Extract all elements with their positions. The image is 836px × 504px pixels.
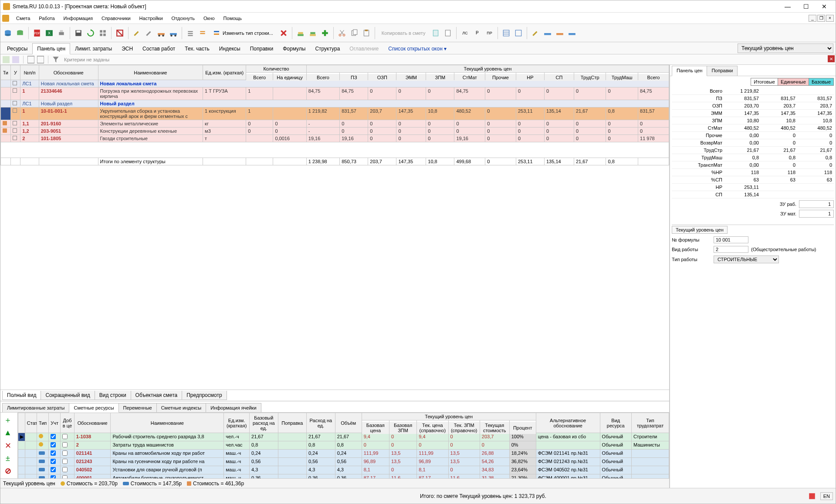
- subtab-11[interactable]: Список открытых окон ▾: [383, 43, 451, 54]
- options-icon[interactable]: [97, 27, 108, 39]
- hdr-zpm[interactable]: ЗПМ: [426, 74, 454, 81]
- footer-flag-icon[interactable]: [806, 491, 818, 502]
- table2-icon[interactable]: [513, 27, 524, 39]
- table-row[interactable]: 040502Установки для сварки ручной дугово…: [18, 466, 669, 474]
- table-row[interactable]: ▶1-1038Рабочий строитель среднего разряд…: [18, 433, 669, 441]
- view-tab-4[interactable]: Предпросмотр: [182, 391, 227, 400]
- crit-btn4[interactable]: [37, 56, 44, 64]
- bottom-tab-0[interactable]: Лимитированные затраты: [2, 403, 69, 412]
- zu-rab-v[interactable]: 1: [799, 200, 834, 208]
- hdr-name[interactable]: Наименование: [98, 65, 203, 80]
- criteria-close[interactable]: ✕: [828, 55, 835, 62]
- clip1-icon[interactable]: [430, 27, 441, 39]
- refresh-icon[interactable]: [85, 27, 96, 39]
- eq1-icon[interactable]: [185, 27, 196, 39]
- mdi-min[interactable]: _: [809, 15, 816, 22]
- bh-cur[interactable]: Текущий уровень цен: [362, 413, 536, 420]
- table-row[interactable]: 121334646Погрузка при железнодорожных пе…: [1, 87, 669, 100]
- subtab-9[interactable]: Структура: [310, 43, 345, 54]
- bh-pct[interactable]: Процент: [509, 421, 536, 434]
- right-section-tab[interactable]: Текущий уровень цен: [672, 226, 728, 234]
- menu-smeta[interactable]: Смета: [12, 14, 34, 23]
- subtab-8[interactable]: Формулы: [278, 43, 310, 54]
- right-tab-popravki[interactable]: Поправки: [707, 66, 738, 76]
- table-icon[interactable]: [501, 27, 512, 39]
- chk-dob[interactable]: [62, 459, 68, 464]
- chk-ucht[interactable]: [51, 475, 56, 478]
- main-grid[interactable]: Ти У №п/п Обоснование Наименование Ед.из…: [0, 65, 669, 390]
- hdr-stmat[interactable]: СтМат: [454, 74, 485, 81]
- table-row[interactable]: 400001Автомобили бортовые, грузоподъемно…: [18, 474, 669, 479]
- hdr-ltotal[interactable]: Всего: [306, 74, 339, 81]
- badge-r[interactable]: Р: [471, 27, 483, 39]
- view-tab-3[interactable]: Объектная смета: [131, 391, 183, 400]
- hdr-unit[interactable]: Ед.изм. (краткая): [203, 65, 246, 80]
- bh-osnov[interactable]: Обоснование: [74, 413, 111, 433]
- subtab-10[interactable]: Оглавление: [345, 43, 383, 54]
- hdr-ozp[interactable]: ОЗП: [368, 74, 396, 81]
- chk-dob[interactable]: [62, 475, 68, 478]
- chk-ucht[interactable]: [51, 459, 56, 464]
- table-row[interactable]: 1,1201-9160Элементы металлическиекг00-00…: [1, 120, 669, 128]
- view-tab-2[interactable]: Вид строки: [95, 391, 131, 400]
- filter-icon[interactable]: [52, 56, 60, 64]
- truck3-icon[interactable]: [566, 27, 578, 39]
- table-row[interactable]: 021243Краны на гусеничном ходу при работ…: [18, 458, 669, 466]
- subtab-1[interactable]: Панель цен: [32, 43, 70, 54]
- save-icon[interactable]: [73, 27, 84, 39]
- car-orange-icon[interactable]: [156, 27, 167, 39]
- table-row[interactable]: 110-01-001-1Укрупнительная сборка и уста…: [1, 108, 669, 120]
- bh-ucht[interactable]: Учт: [49, 413, 61, 433]
- badge-pr[interactable]: ПР: [484, 27, 495, 39]
- badge-ls[interactable]: ЛС: [459, 27, 470, 39]
- stack1-icon[interactable]: [295, 27, 306, 39]
- table-row[interactable]: 021141Краны на автомобильном ходу при ра…: [18, 450, 669, 458]
- bh-name[interactable]: Наименование: [111, 413, 224, 433]
- subtab-0[interactable]: Ресурсы: [2, 43, 32, 54]
- bh-cp[interactable]: Тек. цена (справочно): [417, 421, 448, 434]
- subtab-3[interactable]: ЭСН: [117, 43, 138, 54]
- hdr-emm[interactable]: ЭММ: [396, 74, 426, 81]
- subtab-2[interactable]: Лимит. затраты: [70, 43, 117, 54]
- hdr-np[interactable]: №п/п: [20, 65, 39, 80]
- menu-rabota[interactable]: Работа: [34, 14, 59, 23]
- db-icon[interactable]: [2, 27, 14, 39]
- add-row-btn[interactable]: ＋: [1, 414, 14, 426]
- chk-dob[interactable]: [62, 434, 68, 439]
- btn-itogovye[interactable]: Итоговые: [751, 78, 778, 86]
- subtab-6[interactable]: Индексы: [214, 43, 245, 54]
- chk-ucht[interactable]: [51, 450, 56, 456]
- delete-red-icon[interactable]: [278, 27, 289, 39]
- bh-bp[interactable]: Базовая цена: [362, 421, 389, 434]
- mdi-close[interactable]: ×: [826, 15, 834, 22]
- menu-rest[interactable]: Отдохнуть: [167, 14, 200, 23]
- stack2-icon[interactable]: [307, 27, 318, 39]
- plus-minus-btn[interactable]: ±: [1, 453, 14, 464]
- del-row-btn[interactable]: ✕: [1, 440, 14, 451]
- bh-corr[interactable]: Поправка: [278, 413, 307, 433]
- eq2-icon[interactable]: [197, 27, 208, 39]
- hammer3-icon[interactable]: [530, 27, 541, 39]
- chk-ucht[interactable]: [51, 434, 56, 439]
- hdr-u[interactable]: У: [10, 65, 20, 80]
- bottom-grid[interactable]: Стат Тип Учт Доб в це Обоснование Наимен…: [18, 413, 669, 478]
- menu-help[interactable]: Помощь: [219, 14, 247, 23]
- cut-icon[interactable]: [336, 27, 348, 39]
- db2-icon[interactable]: [14, 27, 26, 39]
- right-tab-panel[interactable]: Панель цен: [672, 66, 707, 76]
- bottom-tab-3[interactable]: Сметные индексы: [156, 403, 206, 412]
- crit-btn1[interactable]: [2, 56, 10, 64]
- view-tab-0[interactable]: Полный вид: [2, 391, 41, 400]
- copy-icon[interactable]: [349, 27, 360, 39]
- clip2-icon[interactable]: [442, 27, 454, 39]
- chk-dob[interactable]: [62, 467, 68, 472]
- table-row[interactable]: 2101-1805Гвозди строительныет0,001619,16…: [1, 135, 669, 142]
- paste-icon[interactable]: [361, 27, 372, 39]
- hdr-trudmash[interactable]: ТрудМаш: [606, 74, 638, 81]
- bh-vol[interactable]: Объём: [335, 413, 362, 433]
- change-type-button[interactable]: Изменить тип строки...: [209, 27, 277, 39]
- table-row[interactable]: [1, 142, 669, 158]
- table-row[interactable]: ЛС1Новая локальная сметаНовая локальная …: [1, 80, 669, 87]
- hdr-ti[interactable]: Ти: [1, 65, 11, 80]
- menu-sprav[interactable]: Справочники: [97, 14, 135, 23]
